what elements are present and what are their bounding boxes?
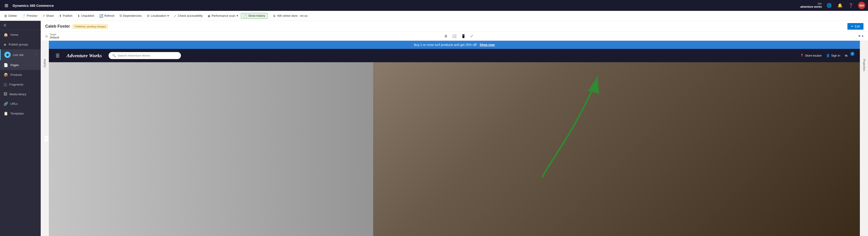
sidebar-item-templates[interactable]: 📋 Templates <box>0 109 41 118</box>
mobile-device-button[interactable]: 📱 <box>460 33 467 39</box>
sidebar-item-fragments[interactable]: ◫ Fragments <box>0 80 41 89</box>
sidebar-item-pages[interactable]: 📄 Pages <box>0 60 41 70</box>
expand-preview-button[interactable]: ⤢ <box>469 33 474 39</box>
main-layout: ☰ 🏠 Home ◈ Publish groups ◉ Live site ⌃ … <box>0 21 868 236</box>
cart-count: 0 <box>850 52 855 56</box>
sign-in-label: Sign in <box>831 54 840 57</box>
search-box[interactable]: 🔍 Search Adventure Works <box>108 52 181 59</box>
localization-button[interactable]: ⚙ Localization ▾ <box>145 13 172 19</box>
outline-label[interactable]: Outline <box>43 59 46 67</box>
top-nav-bar: ⊞ Dynamics 365 Commerce Site adventure w… <box>0 0 868 11</box>
dependencies-button[interactable]: ⧉ Dependencies <box>117 13 144 19</box>
show-history-button[interactable]: 🕐 Show history <box>241 13 268 19</box>
sidebar-item-urls[interactable]: 🔗 URLs <box>0 99 41 109</box>
store-logo: Adventure Works <box>66 53 102 59</box>
help-icon[interactable]: ❓ <box>847 2 855 9</box>
user-avatar[interactable]: NH <box>858 2 865 9</box>
live-site-chevron-icon: ⌃ <box>35 53 37 56</box>
search-placeholder: Search Adventure Works <box>118 54 150 57</box>
store-locator-label: Store locator <box>805 54 822 57</box>
preview-button[interactable]: 📄 Preview <box>20 13 39 19</box>
store-locator-icon: 📍 <box>800 54 804 57</box>
store-selector-button[interactable]: 🖥 AW online store · en-us <box>271 13 310 19</box>
bell-icon[interactable]: 🔔 <box>836 2 844 9</box>
store-nav: ☰ Adventure Works 🔍 Search Adventure Wor… <box>49 49 860 62</box>
promo-banner: Buy 2 or more surf products and get 25% … <box>49 41 860 49</box>
device-controls: 🖥 ⬜ 📱 ⤢ <box>443 33 474 39</box>
store-icon: 🖥 <box>273 14 276 18</box>
localization-chevron-icon: ▾ <box>167 14 169 18</box>
media-library-icon: 🖼 <box>4 92 7 96</box>
share-button[interactable]: ↗ Share <box>40 13 56 19</box>
content-area: Caleb Foster Published, pending changes … <box>41 21 868 236</box>
sidebar-item-home[interactable]: 🏠 Home <box>0 30 41 39</box>
site-label: Site <box>817 2 822 5</box>
target-value: Default <box>50 36 59 39</box>
waffle-menu-icon[interactable]: ⊞ <box>3 2 10 9</box>
edit-button[interactable]: ✏ Edit <box>847 23 864 30</box>
properties-panel: Properties <box>860 41 868 236</box>
right-controls: 👁 ▾ <box>858 34 864 38</box>
top-nav-right: Site adventure works 🌐 🔔 ❓ NH <box>800 2 865 9</box>
cart-action[interactable]: 🛍 0 <box>845 54 853 58</box>
status-badge: Published, pending changes <box>72 24 108 29</box>
preview-frame: Buy 2 or more surf products and get 25% … <box>49 41 860 236</box>
site-info: Site adventure works <box>800 2 822 9</box>
performance-icon: ◉ <box>208 14 210 18</box>
sidebar-item-live-site[interactable]: ◉ Live site ⌃ <box>0 49 41 60</box>
toolbar-separator <box>269 13 269 19</box>
home-icon: 🏠 <box>4 33 8 37</box>
page-title: Caleb Foster <box>45 24 70 29</box>
sign-in-action[interactable]: 👤 Sign in <box>826 54 840 57</box>
eye-icon: 👁 <box>858 34 861 38</box>
sidebar-item-products[interactable]: 📦 Products <box>0 70 41 80</box>
outline-toggle-button[interactable]: › <box>44 135 49 142</box>
performance-chevron-icon: ▾ <box>237 14 238 18</box>
shop-now-link[interactable]: Shop now <box>480 43 495 47</box>
check-accessibility-button[interactable]: ✓ Check accessibility <box>172 13 205 19</box>
live-site-icon: ◉ <box>4 52 11 58</box>
store-preview: Buy 2 or more surf products and get 25% … <box>49 41 860 236</box>
page-header: Caleb Foster Published, pending changes … <box>41 21 868 32</box>
hero-image <box>49 62 860 236</box>
pages-icon: 📄 <box>4 63 8 67</box>
performance-scan-button[interactable]: ◉ Performance scan ▾ <box>205 13 240 19</box>
localization-icon: ⚙ <box>147 14 150 18</box>
target-info: ⊙ Target Default <box>45 33 59 39</box>
refresh-icon: 🔄 <box>99 14 103 18</box>
history-icon: 🕐 <box>243 14 247 18</box>
publish-groups-icon: ◈ <box>4 42 6 47</box>
urls-icon: 🔗 <box>4 101 8 106</box>
nav-hamburger-icon[interactable]: ☰ <box>56 53 60 58</box>
unpublish-button[interactable]: ⬇ Unpublish <box>75 13 97 19</box>
delete-button[interactable]: 🗑 Delete <box>2 13 19 19</box>
products-icon: 📦 <box>4 72 8 77</box>
desktop-device-button[interactable]: 🖥 <box>443 33 448 39</box>
tablet-device-button[interactable]: ⬜ <box>451 33 458 39</box>
hero-person-image <box>373 62 860 236</box>
target-circle-icon: ⊙ <box>45 34 48 38</box>
visibility-toggle-button[interactable]: 👁 ▾ <box>858 34 864 38</box>
refresh-button[interactable]: 🔄 Refresh <box>97 13 117 19</box>
preview-icon: 📄 <box>22 14 26 18</box>
target-label: Target <box>50 33 59 36</box>
edit-icon: ✏ <box>851 25 854 28</box>
visibility-chevron-icon: ▾ <box>862 34 864 38</box>
sidebar-item-publish-groups[interactable]: ◈ Publish groups <box>0 39 41 49</box>
page-title-area: Caleb Foster Published, pending changes <box>45 24 108 29</box>
search-box-icon: 🔍 <box>112 54 116 57</box>
share-icon: ↗ <box>42 14 45 18</box>
globe-icon[interactable]: 🌐 <box>826 2 833 9</box>
sidebar-item-media-library[interactable]: 🖼 Media library <box>0 89 41 99</box>
hamburger-icon: ☰ <box>4 24 6 27</box>
templates-icon: 📋 <box>4 111 8 116</box>
outline-panel: Outline › <box>41 41 49 236</box>
logo-italic: Adventure Works <box>66 53 102 58</box>
unpublish-icon: ⬇ <box>78 14 80 18</box>
publish-button[interactable]: ⬆ Publish <box>57 13 75 19</box>
sign-in-icon: 👤 <box>826 54 830 57</box>
properties-label[interactable]: Properties <box>863 59 866 71</box>
cart-icon: 🛍 <box>845 54 848 57</box>
sidebar-toggle-button[interactable]: ☰ <box>0 21 41 30</box>
store-locator-action[interactable]: 📍 Store locator <box>800 54 822 57</box>
